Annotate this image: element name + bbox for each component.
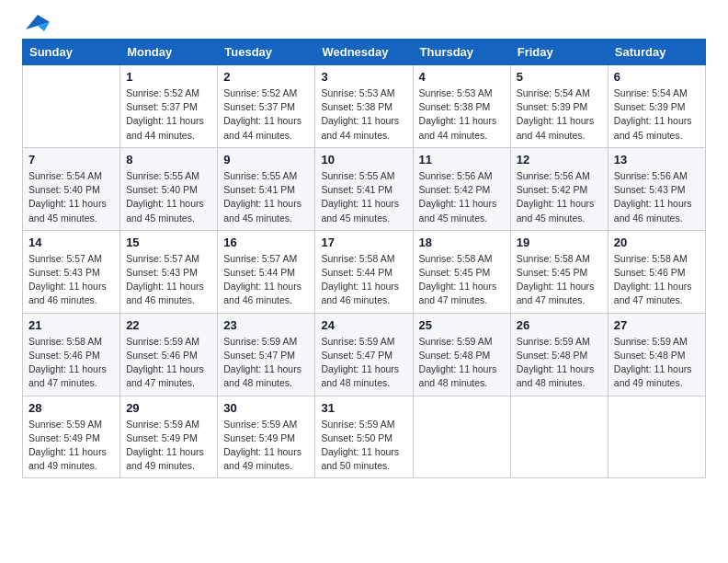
calendar-week-row: 14Sunrise: 5:57 AM Sunset: 5:43 PM Dayli… [23,230,706,313]
calendar-cell: 11Sunrise: 5:56 AM Sunset: 5:42 PM Dayli… [413,147,510,230]
calendar-cell: 20Sunrise: 5:58 AM Sunset: 5:46 PM Dayli… [608,230,705,313]
day-info: Sunrise: 5:57 AM Sunset: 5:44 PM Dayligh… [223,252,309,308]
day-number: 6 [614,70,700,84]
calendar-week-row: 28Sunrise: 5:59 AM Sunset: 5:49 PM Dayli… [23,396,706,478]
day-info: Sunrise: 5:57 AM Sunset: 5:43 PM Dayligh… [126,252,211,308]
day-info: Sunrise: 5:59 AM Sunset: 5:47 PM Dayligh… [223,335,309,391]
day-info: Sunrise: 5:56 AM Sunset: 5:42 PM Dayligh… [517,169,602,225]
day-number: 21 [28,318,114,332]
calendar-cell [510,396,608,478]
calendar-cell: 17Sunrise: 5:58 AM Sunset: 5:44 PM Dayli… [315,230,413,313]
day-number: 16 [223,236,309,249]
calendar-week-row: 1Sunrise: 5:52 AM Sunset: 5:37 PM Daylig… [23,65,706,148]
day-number: 13 [614,153,700,167]
calendar-cell: 14Sunrise: 5:57 AM Sunset: 5:43 PM Dayli… [23,230,120,313]
day-info: Sunrise: 5:56 AM Sunset: 5:43 PM Dayligh… [614,169,700,225]
day-number: 30 [223,401,309,415]
calendar-week-row: 7Sunrise: 5:54 AM Sunset: 5:40 PM Daylig… [23,147,706,230]
day-number: 5 [517,70,602,84]
calendar-cell: 1Sunrise: 5:52 AM Sunset: 5:37 PM Daylig… [120,65,218,148]
calendar-cell: 21Sunrise: 5:58 AM Sunset: 5:46 PM Dayli… [23,313,120,396]
day-info: Sunrise: 5:59 AM Sunset: 5:47 PM Dayligh… [321,335,406,391]
calendar-cell: 24Sunrise: 5:59 AM Sunset: 5:47 PM Dayli… [315,313,413,396]
day-info: Sunrise: 5:59 AM Sunset: 5:48 PM Dayligh… [614,335,700,391]
day-number: 31 [321,401,406,415]
day-info: Sunrise: 5:59 AM Sunset: 5:48 PM Dayligh… [419,335,505,391]
day-info: Sunrise: 5:53 AM Sunset: 5:38 PM Dayligh… [321,86,406,143]
day-number: 23 [223,318,309,332]
calendar-cell: 12Sunrise: 5:56 AM Sunset: 5:42 PM Dayli… [510,147,608,230]
page-header [22,18,706,28]
calendar-cell: 7Sunrise: 5:54 AM Sunset: 5:40 PM Daylig… [23,147,120,230]
calendar-cell: 29Sunrise: 5:59 AM Sunset: 5:49 PM Dayli… [120,396,218,478]
day-info: Sunrise: 5:52 AM Sunset: 5:37 PM Dayligh… [223,86,309,143]
calendar-cell: 2Sunrise: 5:52 AM Sunset: 5:37 PM Daylig… [218,65,315,148]
day-info: Sunrise: 5:58 AM Sunset: 5:45 PM Dayligh… [419,252,505,308]
day-info: Sunrise: 5:58 AM Sunset: 5:46 PM Dayligh… [28,335,114,391]
day-number: 2 [223,70,309,84]
calendar-cell [608,396,705,478]
day-info: Sunrise: 5:54 AM Sunset: 5:39 PM Dayligh… [614,86,700,143]
col-header-sunday: Sunday [23,40,120,65]
col-header-thursday: Thursday [413,40,510,65]
day-info: Sunrise: 5:54 AM Sunset: 5:39 PM Dayligh… [517,86,602,143]
calendar-cell [413,396,510,478]
day-number: 1 [126,70,211,84]
col-header-tuesday: Tuesday [218,40,315,65]
calendar-cell: 19Sunrise: 5:58 AM Sunset: 5:45 PM Dayli… [510,230,608,313]
day-info: Sunrise: 5:56 AM Sunset: 5:42 PM Dayligh… [419,169,505,225]
day-info: Sunrise: 5:59 AM Sunset: 5:49 PM Dayligh… [223,418,309,474]
day-info: Sunrise: 5:52 AM Sunset: 5:37 PM Dayligh… [126,86,211,143]
day-number: 15 [126,236,211,249]
day-number: 22 [126,318,211,332]
calendar-cell: 10Sunrise: 5:55 AM Sunset: 5:41 PM Dayli… [315,147,413,230]
day-info: Sunrise: 5:55 AM Sunset: 5:40 PM Dayligh… [126,169,211,225]
calendar-cell [23,65,120,148]
day-number: 24 [321,318,406,332]
calendar-cell: 25Sunrise: 5:59 AM Sunset: 5:48 PM Dayli… [413,313,510,396]
day-number: 4 [419,70,505,84]
day-number: 12 [517,153,602,167]
calendar-cell: 5Sunrise: 5:54 AM Sunset: 5:39 PM Daylig… [510,65,608,148]
calendar-cell: 27Sunrise: 5:59 AM Sunset: 5:48 PM Dayli… [608,313,705,396]
day-info: Sunrise: 5:59 AM Sunset: 5:50 PM Dayligh… [321,418,406,474]
day-number: 20 [614,236,700,249]
calendar-cell: 23Sunrise: 5:59 AM Sunset: 5:47 PM Dayli… [218,313,315,396]
day-info: Sunrise: 5:58 AM Sunset: 5:45 PM Dayligh… [517,252,602,308]
calendar-cell: 26Sunrise: 5:59 AM Sunset: 5:48 PM Dayli… [510,313,608,396]
day-info: Sunrise: 5:55 AM Sunset: 5:41 PM Dayligh… [223,169,309,225]
col-header-monday: Monday [120,40,218,65]
day-number: 28 [28,401,114,415]
logo-icon [24,13,51,33]
day-info: Sunrise: 5:54 AM Sunset: 5:40 PM Dayligh… [28,169,114,225]
calendar-week-row: 21Sunrise: 5:58 AM Sunset: 5:46 PM Dayli… [23,313,706,396]
day-number: 9 [223,153,309,167]
day-info: Sunrise: 5:59 AM Sunset: 5:49 PM Dayligh… [28,418,114,474]
calendar-cell: 16Sunrise: 5:57 AM Sunset: 5:44 PM Dayli… [218,230,315,313]
day-info: Sunrise: 5:58 AM Sunset: 5:44 PM Dayligh… [321,252,406,308]
day-number: 3 [321,70,406,84]
day-number: 26 [517,318,602,332]
day-number: 27 [614,318,700,332]
day-number: 8 [126,153,211,167]
logo [22,18,51,28]
day-info: Sunrise: 5:53 AM Sunset: 5:38 PM Dayligh… [419,86,505,143]
day-number: 14 [28,236,114,249]
day-info: Sunrise: 5:55 AM Sunset: 5:41 PM Dayligh… [321,169,406,225]
day-number: 11 [419,153,505,167]
day-number: 19 [517,236,602,249]
calendar-cell: 28Sunrise: 5:59 AM Sunset: 5:49 PM Dayli… [23,396,120,478]
day-info: Sunrise: 5:59 AM Sunset: 5:46 PM Dayligh… [126,335,211,391]
calendar-cell: 18Sunrise: 5:58 AM Sunset: 5:45 PM Dayli… [413,230,510,313]
day-number: 29 [126,401,211,415]
calendar-header-row: SundayMondayTuesdayWednesdayThursdayFrid… [23,40,706,65]
day-info: Sunrise: 5:57 AM Sunset: 5:43 PM Dayligh… [28,252,114,308]
calendar-cell: 15Sunrise: 5:57 AM Sunset: 5:43 PM Dayli… [120,230,218,313]
calendar-cell: 30Sunrise: 5:59 AM Sunset: 5:49 PM Dayli… [218,396,315,478]
day-info: Sunrise: 5:59 AM Sunset: 5:49 PM Dayligh… [126,418,211,474]
col-header-saturday: Saturday [608,40,705,65]
day-number: 10 [321,153,406,167]
calendar-cell: 22Sunrise: 5:59 AM Sunset: 5:46 PM Dayli… [120,313,218,396]
calendar-cell: 4Sunrise: 5:53 AM Sunset: 5:38 PM Daylig… [413,65,510,148]
day-number: 17 [321,236,406,249]
